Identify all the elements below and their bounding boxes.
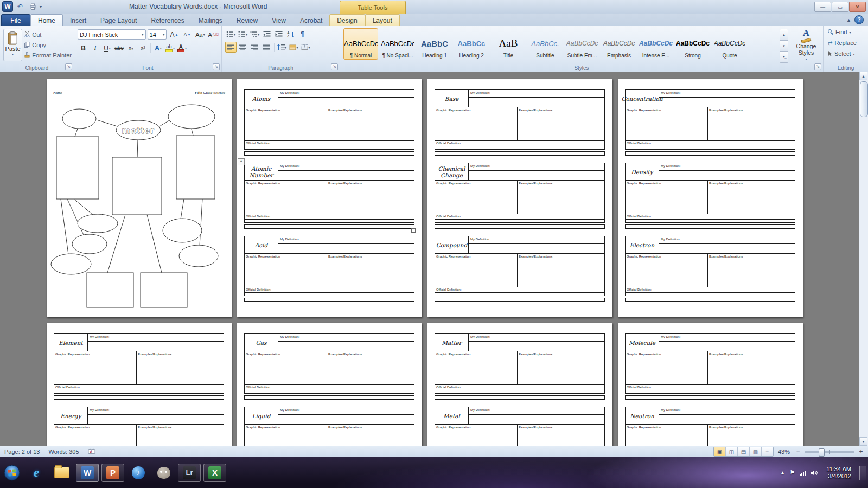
undo-icon[interactable]: ↶ — [15, 1, 25, 12]
shrink-font-button[interactable]: A▼ — [181, 29, 193, 40]
change-case-button[interactable]: Aa▾ — [194, 29, 206, 40]
vocab-card[interactable]: Matter My Definition: Graphic Representa… — [435, 333, 605, 394]
strikethrough-button[interactable]: abe — [113, 42, 125, 54]
table-resize-handle[interactable] — [411, 228, 416, 233]
vocab-card[interactable]: Electron My Definition: Graphic Represen… — [625, 236, 795, 296]
vocab-card[interactable]: Atomic Number My Definition: Graphic Rep… — [244, 163, 414, 223]
vocab-card[interactable]: Concentration My Definition: Graphic Rep… — [625, 89, 795, 150]
scroll-up-icon[interactable]: ▲ — [859, 72, 867, 80]
paste-button[interactable]: Paste ▾ — [3, 29, 22, 61]
bold-button[interactable]: B — [78, 42, 89, 54]
styles-dialog-launcher[interactable]: ↘ — [814, 63, 821, 70]
font-color-button[interactable]: A▾ — [176, 42, 188, 54]
document-page-3[interactable]: Base My Definition: Graphic Representati… — [427, 79, 612, 317]
vocab-card[interactable]: Base My Definition: Graphic Representati… — [435, 89, 605, 150]
minimize-ribbon-icon[interactable]: ▲ — [846, 17, 851, 23]
align-center-button[interactable] — [237, 42, 248, 53]
style-nospacing[interactable]: AaBbCcDc¶ No Spaci... — [380, 28, 415, 60]
document-page-8[interactable]: Molecule My Definition: Graphic Represen… — [618, 323, 803, 446]
decrease-indent-button[interactable] — [261, 29, 272, 40]
borders-button[interactable]: ▾ — [300, 42, 311, 53]
document-page-7[interactable]: Matter My Definition: Graphic Representa… — [427, 323, 612, 446]
font-name-combobox[interactable]: DJ Finch Stick▾ — [78, 29, 146, 40]
draft-view-button[interactable]: ≡ — [762, 447, 773, 456]
highlight-color-button[interactable]: ab▾ — [164, 42, 176, 54]
superscript-button[interactable]: x² — [137, 42, 149, 54]
style-title[interactable]: AaBTitle — [491, 28, 526, 60]
increase-indent-button[interactable] — [273, 29, 284, 40]
style-heading2[interactable]: AaBbCcHeading 2 — [454, 28, 489, 60]
replace-button[interactable]: ⇄ Replace — [824, 37, 868, 48]
table-move-handle[interactable]: + — [238, 158, 245, 165]
scrollbar-thumb[interactable] — [860, 81, 868, 117]
full-screen-reading-view-button[interactable]: ◫ — [726, 447, 738, 456]
line-spacing-button[interactable]: ▾ — [276, 42, 288, 53]
style-subtleemphasis[interactable]: AaBbCcDcSubtle Em... — [565, 28, 599, 60]
clock[interactable]: 11:34 AM 3/4/2012 — [826, 466, 851, 480]
volume-icon[interactable] — [811, 470, 818, 476]
copy-button[interactable]: Copy — [24, 40, 72, 49]
tab-home[interactable]: Home — [30, 14, 63, 26]
network-icon[interactable] — [800, 470, 806, 476]
vocab-card[interactable]: Chemical Change My Definition: Graphic R… — [435, 163, 605, 223]
action-center-flag-icon[interactable]: ⚑ — [789, 469, 795, 476]
sort-button[interactable]: AZ — [285, 29, 296, 40]
tab-insert[interactable]: Insert — [63, 15, 93, 26]
underline-button[interactable]: U▾ — [101, 42, 113, 54]
qat-customize-dropdown-icon[interactable]: ▾ — [40, 4, 42, 9]
vocab-card[interactable]: Molecule My Definition: Graphic Represen… — [625, 333, 795, 394]
taskbar-itunes[interactable]: ♪ — [127, 464, 150, 482]
styles-scroll-down-icon[interactable]: ▼ — [780, 41, 788, 52]
proofing-status[interactable]: x — [84, 446, 100, 457]
zoom-slider-thumb[interactable] — [819, 448, 825, 457]
tab-layout[interactable]: Layout — [365, 14, 400, 26]
font-size-combobox[interactable]: 14▾ — [148, 29, 167, 40]
vocab-card[interactable]: Neutron My Definition: Graphic Represent… — [625, 407, 795, 446]
tab-mailings[interactable]: Mailings — [192, 15, 229, 26]
print-layout-view-button[interactable]: ▣ — [714, 447, 726, 456]
style-normal[interactable]: AaBbCcDc¶ Normal — [343, 28, 378, 60]
styles-more-icon[interactable]: ▼̲ — [780, 52, 788, 62]
clipboard-dialog-launcher[interactable]: ↘ — [65, 63, 72, 70]
page-indicator[interactable]: Page: 2 of 13 — [0, 446, 44, 457]
format-painter-button[interactable]: Format Painter — [24, 50, 72, 60]
font-dialog-launcher[interactable]: ↘ — [213, 63, 220, 70]
start-button[interactable] — [3, 464, 21, 481]
tab-file[interactable]: File — [1, 14, 30, 26]
tab-acrobat[interactable]: Acrobat — [293, 15, 329, 26]
document-page-5[interactable]: Element My Definition: Graphic Represent… — [47, 323, 232, 446]
web-layout-view-button[interactable]: ▤ — [738, 447, 750, 456]
restore-button[interactable]: ▭ — [832, 2, 848, 12]
zoom-out-button[interactable]: − — [794, 448, 802, 455]
document-page-1[interactable]: Name ______________________________ Fift… — [47, 79, 232, 317]
outline-view-button[interactable]: ▥ — [750, 447, 762, 456]
cut-button[interactable]: Cut — [24, 30, 72, 39]
taskbar-word[interactable]: W — [76, 464, 99, 482]
styles-scroll-up-icon[interactable]: ▲ — [780, 29, 788, 41]
vocab-card[interactable]: Liquid My Definition: Graphic Representa… — [244, 407, 414, 446]
tab-references[interactable]: References — [144, 15, 191, 26]
document-page-4[interactable]: Concentration My Definition: Graphic Rep… — [618, 79, 803, 317]
show-desktop-button[interactable] — [859, 466, 866, 480]
print-icon[interactable] — [27, 1, 38, 12]
multilevel-list-button[interactable]: ▾ — [249, 29, 260, 40]
word-count[interactable]: Words: 305 — [44, 446, 83, 457]
numbering-button[interactable]: ▾ — [237, 29, 248, 40]
document-page-2[interactable]: Atoms My Definition: Graphic Representat… — [237, 79, 422, 317]
vocab-card[interactable]: Compound My Definition: Graphic Represen… — [435, 236, 605, 296]
tab-view[interactable]: View — [265, 15, 293, 26]
scroll-down-icon[interactable]: ▼ — [859, 437, 867, 446]
clear-formatting-button[interactable]: A⌫ — [207, 29, 219, 40]
grow-font-button[interactable]: A▲ — [168, 29, 180, 40]
bullets-button[interactable]: ▾ — [225, 29, 237, 40]
taskbar-windows-explorer[interactable] — [50, 464, 73, 482]
vocab-card[interactable]: Acid My Definition: Graphic Representati… — [244, 236, 414, 296]
tab-review[interactable]: Review — [229, 15, 265, 26]
document-page-6[interactable]: Gas My Definition: Graphic Representatio… — [237, 323, 422, 446]
word-app-icon[interactable]: W — [2, 1, 13, 12]
vocab-card[interactable]: Element My Definition: Graphic Represent… — [54, 333, 224, 394]
hidden-icons-arrow[interactable]: ▲ — [781, 470, 785, 475]
taskbar-excel[interactable]: X — [203, 464, 226, 482]
zoom-slider[interactable] — [805, 451, 854, 453]
align-left-button[interactable] — [225, 42, 237, 53]
